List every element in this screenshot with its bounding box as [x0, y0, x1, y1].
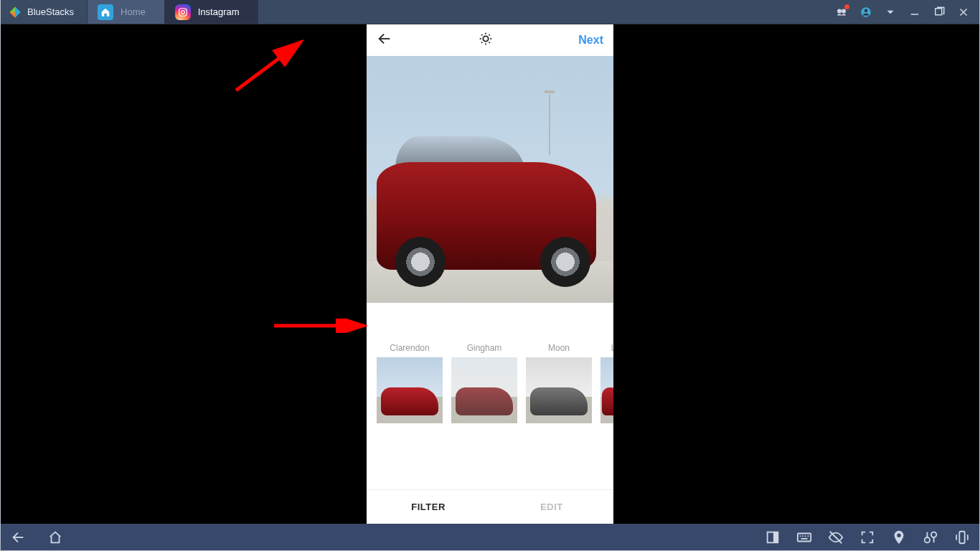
- svg-point-23: [925, 537, 930, 542]
- svg-point-20: [805, 535, 806, 537]
- back-button[interactable]: [377, 31, 392, 50]
- filter-moon[interactable]: Moon: [526, 343, 592, 441]
- photo-preview[interactable]: [367, 56, 613, 303]
- svg-point-6: [837, 9, 842, 13]
- svg-rect-10: [911, 14, 919, 15]
- bluestacks-bottom-bar: [0, 524, 980, 551]
- bluestacks-titlebar: BlueStacks Home Instagram: [0, 0, 980, 24]
- svg-point-4: [181, 10, 184, 14]
- svg-point-24: [931, 532, 936, 537]
- svg-rect-17: [798, 534, 811, 542]
- tab-home[interactable]: Home: [87, 0, 164, 24]
- window-maximize-icon[interactable]: [933, 6, 946, 19]
- emulator-viewport: Next Clarendon Gingham Moon: [0, 24, 980, 524]
- bluestacks-brand: BlueStacks: [0, 0, 87, 24]
- svg-rect-16: [773, 532, 778, 543]
- svg-point-19: [802, 535, 804, 537]
- bluestacks-window-controls: [835, 0, 980, 24]
- bluestacks-logo-icon: [9, 6, 22, 19]
- lux-adjust-icon[interactable]: [478, 31, 494, 50]
- svg-rect-3: [179, 8, 187, 16]
- svg-point-5: [184, 9, 185, 10]
- filter-gingham[interactable]: Gingham: [451, 343, 517, 441]
- photo-filter-gap: [367, 303, 613, 343]
- filter-thumb: [451, 357, 517, 423]
- filter-next-peek[interactable]: L: [600, 343, 613, 441]
- filter-thumb: [526, 357, 592, 423]
- keyboard-icon[interactable]: [796, 529, 812, 545]
- bluestacks-brand-label: BlueStacks: [27, 6, 74, 17]
- account-icon[interactable]: [859, 6, 872, 19]
- annotation-arrow-2: [273, 319, 373, 333]
- filter-label: Moon: [526, 343, 592, 353]
- svg-line-12: [236, 42, 301, 90]
- annotation-arrow-1: [233, 37, 319, 95]
- tab-instagram[interactable]: Instagram: [164, 0, 258, 24]
- photo-car: [377, 162, 596, 270]
- filter-label: Gingham: [451, 343, 517, 353]
- filter-label: L: [600, 343, 613, 353]
- tab-edit[interactable]: EDIT: [490, 490, 613, 524]
- svg-point-7: [842, 9, 846, 13]
- filter-thumb: [600, 357, 613, 423]
- filter-carousel[interactable]: Clarendon Gingham Moon L: [367, 343, 613, 441]
- svg-rect-22: [801, 538, 807, 540]
- tab-instagram-label: Instagram: [198, 6, 240, 17]
- location-icon[interactable]: [891, 529, 907, 545]
- svg-rect-11: [936, 8, 942, 14]
- hide-icon[interactable]: [828, 529, 844, 545]
- android-back-icon[interactable]: [10, 529, 26, 545]
- svg-marker-1: [15, 6, 21, 17]
- shake-icon[interactable]: [954, 529, 970, 545]
- svg-rect-25: [959, 532, 964, 544]
- photo-background-pole: [549, 95, 550, 155]
- svg-marker-2: [10, 12, 16, 18]
- instagram-screen: Next Clarendon Gingham Moon: [367, 24, 613, 524]
- instagram-mode-tabs: FILTER EDIT: [367, 489, 613, 524]
- svg-point-18: [800, 535, 801, 537]
- menu-dropdown-icon[interactable]: [884, 6, 897, 19]
- android-home-icon[interactable]: [47, 529, 63, 545]
- screenshot-icon[interactable]: [923, 529, 938, 545]
- instagram-app-icon: [175, 4, 191, 20]
- svg-point-21: [808, 535, 809, 537]
- tab-home-label: Home: [121, 6, 146, 17]
- filter-thumb: [377, 357, 443, 423]
- tab-filter[interactable]: FILTER: [367, 490, 490, 524]
- pika-notifications-icon[interactable]: [835, 6, 848, 19]
- toggle-sidebar-icon[interactable]: [765, 529, 781, 545]
- instagram-editor-header: Next: [367, 24, 613, 56]
- next-button[interactable]: Next: [578, 34, 603, 47]
- fullscreen-icon[interactable]: [859, 529, 875, 545]
- filter-label: Clarendon: [377, 343, 443, 353]
- home-icon: [98, 4, 113, 20]
- svg-point-9: [864, 9, 868, 12]
- svg-point-14: [483, 36, 488, 41]
- window-close-icon[interactable]: [957, 6, 970, 19]
- window-minimize-icon[interactable]: [908, 6, 921, 19]
- filter-clarendon[interactable]: Clarendon: [377, 343, 443, 441]
